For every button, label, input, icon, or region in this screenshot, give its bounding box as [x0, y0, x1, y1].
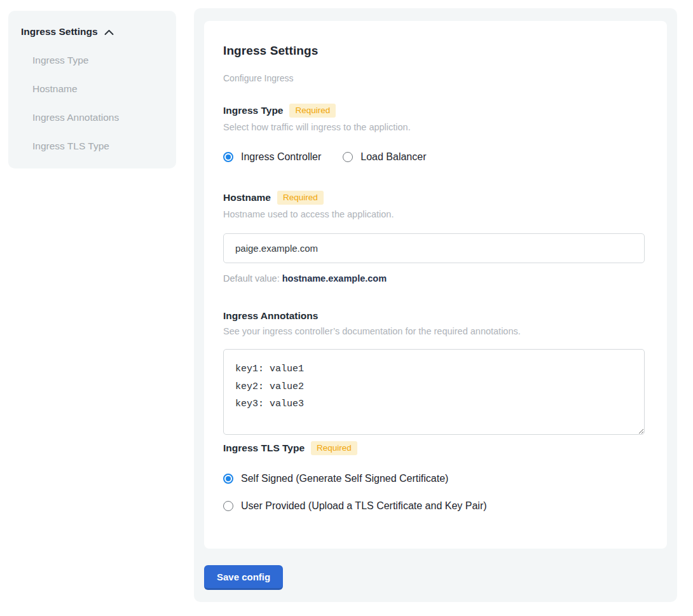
ingress-type-description: Select how traffic will ingress to the a… — [223, 122, 648, 132]
sidebar-item-ingress-annotations[interactable]: Ingress Annotations — [32, 112, 163, 123]
required-badge: Required — [277, 191, 324, 205]
radio-option-user-provided[interactable]: User Provided (Upload a TLS Certificate … — [223, 500, 648, 512]
ingress-annotations-label: Ingress Annotations — [223, 310, 318, 322]
hostname-default-hint: Default value: hostname.example.com — [223, 273, 648, 284]
radio-label-ingress-controller: Ingress Controller — [241, 151, 321, 163]
ingress-settings-card: Ingress Settings Configure Ingress Ingre… — [204, 21, 667, 549]
radio-label-self-signed: Self Signed (Generate Self Signed Certif… — [241, 473, 448, 484]
save-config-button[interactable]: Save config — [204, 565, 283, 590]
section-ingress-type: Ingress Type Required Select how traffic… — [223, 104, 648, 163]
hostname-default-prefix: Default value: — [223, 273, 282, 284]
radio-label-user-provided: User Provided (Upload a TLS Certificate … — [241, 500, 487, 512]
sidebar-section-ingress-settings[interactable]: Ingress Settings — [21, 26, 163, 38]
hostname-default-value: hostname.example.com — [282, 273, 387, 284]
section-ingress-annotations: Ingress Annotations See your ingress con… — [223, 310, 648, 437]
sidebar-item-ingress-type[interactable]: Ingress Type — [32, 55, 163, 66]
chevron-up-icon — [104, 27, 114, 36]
ingress-annotations-textarea[interactable]: key1: value1 key2: value2 key3: value3 — [223, 349, 645, 435]
hostname-input[interactable] — [223, 233, 645, 263]
hostname-description: Hostname used to access the application. — [223, 209, 648, 219]
radio-label-load-balancer: Load Balancer — [360, 151, 426, 163]
sidebar-item-ingress-tls-type[interactable]: Ingress TLS Type — [32, 140, 163, 152]
required-badge: Required — [289, 104, 336, 118]
section-ingress-tls-type: Ingress TLS Type Required Self Signed (G… — [223, 441, 648, 512]
settings-sidebar: Ingress Settings Ingress Type Hostname I… — [8, 11, 176, 168]
ingress-tls-type-label: Ingress TLS Type — [223, 442, 305, 454]
radio-selected-icon — [223, 152, 233, 162]
radio-option-ingress-controller[interactable]: Ingress Controller — [223, 151, 321, 163]
section-hostname: Hostname Required Hostname used to acces… — [223, 191, 648, 284]
settings-panel: Ingress Settings Configure Ingress Ingre… — [194, 8, 677, 602]
required-badge: Required — [311, 441, 357, 455]
radio-option-self-signed[interactable]: Self Signed (Generate Self Signed Certif… — [223, 473, 648, 484]
page-subtitle: Configure Ingress — [223, 73, 648, 83]
page-title: Ingress Settings — [223, 44, 648, 58]
sidebar-item-hostname[interactable]: Hostname — [32, 83, 163, 95]
ingress-annotations-description: See your ingress controller’s documentat… — [223, 326, 648, 336]
ingress-type-label: Ingress Type — [223, 105, 283, 116]
sidebar-section-label: Ingress Settings — [21, 26, 98, 38]
radio-unselected-icon — [343, 152, 353, 162]
ingress-type-radio-group: Ingress Controller Load Balancer — [223, 151, 648, 163]
radio-selected-icon — [223, 474, 233, 484]
hostname-label: Hostname — [223, 192, 271, 203]
ingress-tls-radio-group: Self Signed (Generate Self Signed Certif… — [223, 473, 648, 512]
radio-option-load-balancer[interactable]: Load Balancer — [343, 151, 426, 163]
radio-unselected-icon — [223, 501, 233, 511]
